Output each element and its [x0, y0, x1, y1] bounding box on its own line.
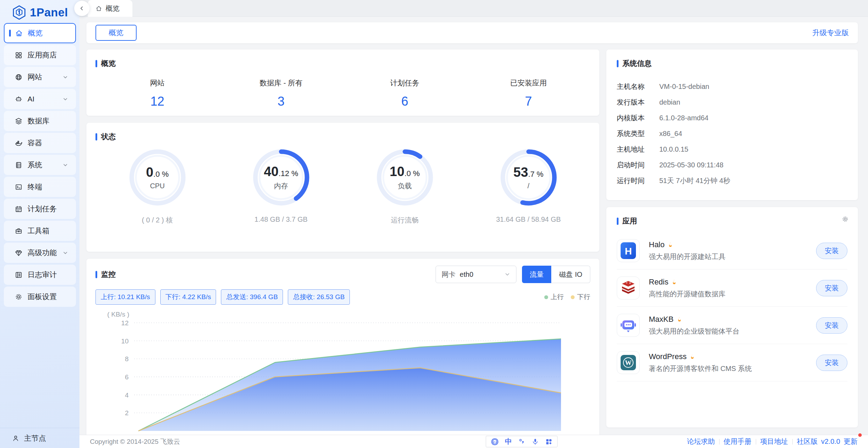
- terminal-icon: [14, 183, 23, 191]
- active-indicator-bar: [9, 30, 11, 37]
- title-bar-accent: [95, 133, 97, 141]
- stat-databases[interactable]: 数据库 - 所有 3: [219, 78, 343, 109]
- tab-label: 概览: [106, 4, 120, 13]
- server-icon: [14, 161, 23, 169]
- nic-select[interactable]: 网卡 eth0: [436, 266, 516, 283]
- app-row-redis[interactable]: Redis 高性能的开源键值数据库 安装: [617, 269, 847, 307]
- stat-cronjobs[interactable]: 计划任务 6: [343, 78, 467, 109]
- sidebar-item-cronjob[interactable]: 计划任务: [4, 199, 76, 219]
- title-bar-accent: [617, 218, 619, 225]
- redis-app-icon: [617, 276, 640, 299]
- ai-robot-icon: [14, 95, 23, 103]
- sidebar-item-container[interactable]: 容器: [4, 133, 76, 153]
- sidebar-item-database[interactable]: 数据库: [4, 111, 76, 131]
- microphone-icon: [531, 438, 539, 446]
- install-button-maxkb[interactable]: 安装: [816, 317, 847, 334]
- master-node-switcher[interactable]: 主节点: [0, 428, 79, 448]
- gauge-caption: ( 0 / 2 ) 核: [142, 215, 173, 225]
- sidebar-item-label: 计划任务: [28, 204, 57, 214]
- toggle-traffic[interactable]: 流量: [522, 266, 551, 283]
- edition-info: 社区版 v2.0.0 更新: [793, 437, 858, 446]
- brand-name: 1Panel: [30, 6, 68, 19]
- sysinfo-distro: 发行版本debian: [617, 94, 847, 110]
- title-bar-accent: [617, 60, 619, 67]
- monitor-card-title: 监控: [95, 269, 116, 279]
- stat-websites[interactable]: 网站 12: [95, 78, 219, 109]
- install-button-wordpress[interactable]: 安装: [816, 355, 847, 371]
- ime-toolbar[interactable]: iFLY 中: [486, 436, 558, 447]
- app-row-wordpress[interactable]: W WordPress 著名的开源博客软件和 CMS 系统 安装: [617, 344, 847, 381]
- sidebar-item-logs[interactable]: 日志审计: [4, 265, 76, 285]
- sidebar-item-website[interactable]: 网站: [4, 67, 76, 87]
- sidebar-item-toolbox[interactable]: 工具箱: [4, 221, 76, 241]
- svg-text:H: H: [625, 246, 632, 257]
- update-link[interactable]: 更新: [844, 437, 858, 446]
- svg-text:iFLY: iFLY: [493, 441, 497, 443]
- install-button-redis[interactable]: 安装: [816, 280, 847, 296]
- tab-overview[interactable]: 概览: [88, 0, 132, 17]
- ime-chinese-mode[interactable]: 中: [505, 437, 512, 446]
- apps-settings-button[interactable]: [842, 215, 849, 223]
- overview-card: 概览 网站 12 数据库 - 所有 3 计划任务 6: [86, 50, 599, 116]
- legend-dot-down: [571, 295, 575, 299]
- app-row-halo[interactable]: H Halo 强大易用的开源建站工具 安装: [617, 232, 847, 269]
- sidebar-item-advanced[interactable]: 高级功能: [4, 243, 76, 263]
- gear-icon: [842, 215, 849, 223]
- ifly-logo-icon: iFLY: [491, 438, 499, 446]
- brand-logo[interactable]: 1Panel: [0, 0, 79, 20]
- sidebar-item-label: 系统: [28, 160, 42, 170]
- overview-stats: 网站 12 数据库 - 所有 3 计划任务 6 已安装应用: [95, 78, 590, 109]
- status-card: 状态 0.0 %: [86, 123, 599, 252]
- gauge-caption: 31.64 GB / 58.94 GB: [496, 215, 561, 223]
- toggle-disk-io[interactable]: 磁盘 IO: [551, 266, 590, 283]
- chip-up-rate: 上行: 10.21 KB/s: [95, 289, 155, 305]
- svg-text:4: 4: [125, 392, 129, 399]
- sidebar-item-overview[interactable]: 概览: [4, 23, 76, 43]
- hot-flame-icon: [667, 242, 674, 248]
- project-link[interactable]: 项目地址: [756, 437, 792, 446]
- version-label[interactable]: v2.0.0: [821, 438, 840, 446]
- install-button-halo[interactable]: 安装: [816, 243, 847, 259]
- edition-label[interactable]: 社区版: [797, 437, 818, 446]
- hot-flame-icon: [689, 354, 696, 360]
- sysinfo-hostname: 主机名称VM-0-15-debian: [617, 79, 847, 94]
- svg-text:2: 2: [125, 409, 129, 417]
- forum-help-link[interactable]: 论坛求助: [683, 437, 719, 446]
- sidebar-item-app-store[interactable]: 应用商店: [4, 45, 76, 65]
- sysinfo-arch: 系统类型x86_64: [617, 126, 847, 142]
- stat-installed-apps[interactable]: 已安装应用 7: [467, 78, 590, 109]
- sidebar-collapse-button[interactable]: [74, 1, 90, 16]
- gauge-cpu: 0.0 % CPU ( 0 / 2 ) 核: [95, 148, 219, 225]
- legend-up[interactable]: 上行: [544, 293, 564, 302]
- sidebar-item-settings[interactable]: 面板设置: [4, 287, 76, 307]
- overview-card-title: 概览: [95, 59, 590, 68]
- overview-nav-button[interactable]: 概览: [95, 25, 137, 41]
- app-row-maxkb[interactable]: MaxKB 强大易用的企业级智能体平台 安装: [617, 307, 847, 344]
- chevron-down-icon: [62, 74, 68, 80]
- sidebar-item-system[interactable]: 系统: [4, 155, 76, 175]
- sidebar-item-label: 高级功能: [28, 248, 57, 258]
- sidebar-item-ai[interactable]: AI: [4, 89, 76, 109]
- update-badge-dot: [858, 433, 862, 437]
- wordpress-app-icon: W: [617, 351, 640, 374]
- footer: Copyright © 2014-2025 飞致云 iFLY 中 论坛求助 使用…: [79, 435, 868, 448]
- traffic-area-chart: ( KB/s )24681012: [86, 311, 599, 448]
- chevron-down-icon: [504, 271, 510, 278]
- maxkb-app-icon: [617, 314, 640, 337]
- hot-flame-icon: [676, 316, 683, 322]
- system-info-title: 系统信息: [617, 59, 847, 68]
- chevron-down-icon: [62, 96, 68, 102]
- user-icon: [12, 434, 20, 442]
- sidebar-item-terminal[interactable]: 终端: [4, 177, 76, 197]
- svg-text:10: 10: [121, 337, 129, 345]
- page-toolbar: 概览 升级专业版: [86, 22, 858, 43]
- chevron-left-icon: [79, 5, 85, 12]
- chip-total-sent: 总发送: 396.4 GB: [221, 289, 283, 305]
- manual-link[interactable]: 使用手册: [720, 437, 756, 446]
- gear-icon: [14, 293, 23, 301]
- upgrade-pro-link[interactable]: 升级专业版: [812, 28, 849, 38]
- legend-down[interactable]: 下行: [571, 293, 590, 302]
- sidebar-item-label: 网站: [28, 72, 42, 82]
- svg-text:8: 8: [125, 355, 129, 363]
- sidebar: 1Panel 概览 应用商店 网站: [0, 0, 79, 448]
